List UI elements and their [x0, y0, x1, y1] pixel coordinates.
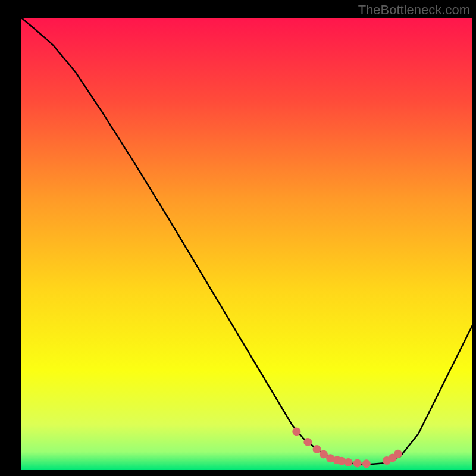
- data-point: [345, 458, 353, 466]
- data-point: [394, 450, 402, 458]
- chart-svg: [21, 18, 472, 470]
- data-point: [362, 459, 371, 468]
- chart-container: TheBottleneck.com: [0, 0, 476, 476]
- plot-area: [21, 18, 472, 470]
- gradient-background: [21, 18, 472, 470]
- watermark-text: TheBottleneck.com: [358, 2, 470, 18]
- data-point: [292, 427, 300, 436]
- data-point: [353, 459, 362, 468]
- data-point: [312, 445, 321, 453]
- data-point: [303, 438, 312, 446]
